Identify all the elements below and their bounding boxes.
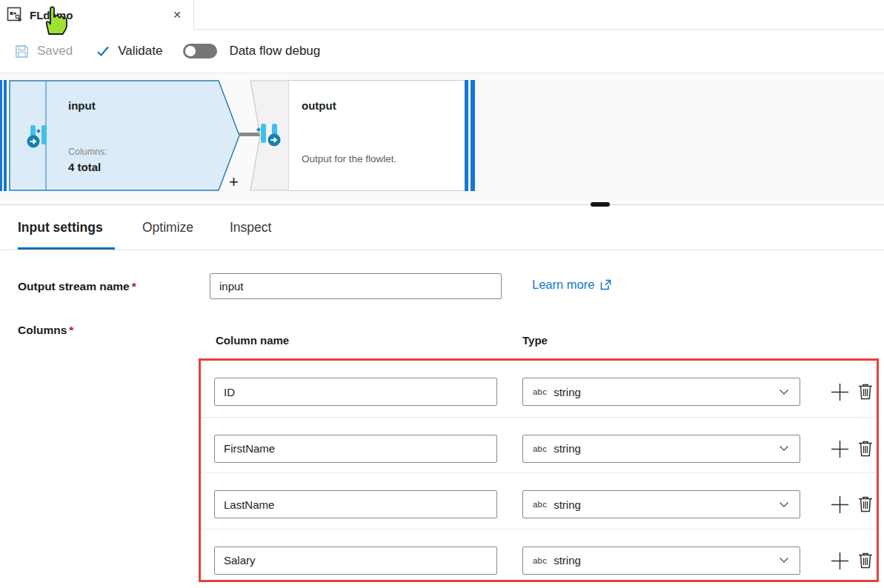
input-node-title: input [68, 99, 96, 112]
delete-column-button[interactable] [857, 382, 874, 401]
flowlet-output-boundary-bar [465, 80, 468, 191]
type-value: string [554, 554, 779, 567]
string-type-icon: abc [533, 500, 547, 509]
flowlet-output-icon [256, 121, 282, 148]
type-dropdown[interactable]: abc string [522, 435, 800, 463]
column-name-header: Column name [216, 334, 289, 347]
input-node-columns-label: Columns: [68, 147, 107, 157]
column-row: abc string [201, 472, 877, 529]
add-column-button[interactable] [830, 495, 850, 515]
type-value: string [554, 386, 779, 398]
column-row: abc string [201, 417, 877, 473]
toolbar: Saved Validate Data flow debug [0, 30, 884, 73]
data-flow-debug-label: Data flow debug [229, 44, 320, 59]
column-name-input[interactable] [214, 435, 497, 463]
add-column-button[interactable] [830, 439, 850, 459]
type-dropdown[interactable]: abc string [522, 547, 800, 575]
column-name-input[interactable] [214, 490, 497, 518]
data-flow-debug-toggle[interactable] [183, 44, 217, 59]
delete-column-button[interactable] [857, 495, 874, 513]
output-stream-name-input[interactable] [210, 273, 502, 299]
input-node[interactable]: input Columns: 4 total + [9, 80, 240, 191]
chevron-down-icon [779, 557, 789, 564]
save-status: Saved [13, 43, 73, 60]
string-type-icon: abc [533, 387, 547, 396]
string-type-icon: abc [533, 444, 547, 453]
type-dropdown[interactable]: abc string [522, 490, 800, 518]
chevron-down-icon [779, 501, 789, 508]
required-asterisk: * [132, 280, 136, 293]
flowlet-input-icon [25, 123, 52, 150]
type-header: Type [522, 334, 548, 347]
tab-input-settings[interactable]: Input settings [18, 220, 103, 235]
active-tab-underline [18, 247, 115, 250]
tab-strip: FLdemo ✕ [0, 0, 884, 30]
columns-label: Columns* [18, 324, 73, 337]
type-value: string [554, 498, 779, 511]
flowlet-input-boundary-bar [4, 80, 7, 191]
tab-optimize[interactable]: Optimize [142, 220, 193, 235]
tab-fldemo[interactable]: FLdemo ✕ [0, 0, 194, 30]
column-row: abc string [201, 361, 877, 417]
column-name-input[interactable] [214, 378, 497, 406]
flowlet-icon [6, 6, 24, 24]
close-icon[interactable]: ✕ [168, 8, 186, 21]
output-node[interactable]: output Output for the flowlet. [250, 80, 468, 191]
dataflow-canvas[interactable]: input Columns: 4 total + output Output f… [0, 73, 884, 205]
tab-title: FLdemo [30, 9, 168, 21]
validate-label: Validate [118, 44, 162, 59]
output-node-body: output Output for the flowlet. [289, 80, 467, 191]
tab-strip-empty-area [194, 0, 884, 30]
delete-column-button[interactable] [857, 551, 874, 569]
highlight-rectangle: abc string [199, 358, 879, 582]
type-value: string [554, 442, 779, 455]
panel-resize-handle[interactable] [591, 202, 610, 207]
external-link-icon [599, 278, 612, 291]
flowlet-output-boundary-bar [471, 80, 475, 191]
required-asterisk: * [69, 324, 73, 336]
toggle-knob [185, 46, 196, 56]
column-name-input[interactable] [214, 547, 497, 575]
tab-inspect[interactable]: Inspect [230, 220, 271, 235]
learn-more-label: Learn more [532, 278, 594, 292]
chevron-down-icon [779, 389, 789, 395]
checkmark-icon [96, 44, 110, 59]
validate-button[interactable]: Validate [96, 44, 162, 59]
delete-column-button[interactable] [857, 439, 874, 458]
settings-panel-tabs: Input settings Optimize Inspect [0, 205, 884, 250]
output-stream-name-label: Output stream name* [18, 280, 136, 293]
add-column-button[interactable] [830, 551, 850, 571]
flowlet-editor: FLdemo ✕ Saved Validate Data flow debug [0, 0, 884, 588]
string-type-icon: abc [533, 556, 547, 565]
saved-label: Saved [37, 44, 73, 59]
column-row: abc string [201, 529, 877, 585]
save-icon [13, 43, 30, 60]
learn-more-link[interactable]: Learn more [532, 278, 612, 292]
input-settings-form: Output stream name* Learn more Columns* … [0, 250, 884, 588]
add-column-button[interactable] [830, 382, 850, 402]
output-node-description: Output for the flowlet. [302, 153, 396, 164]
input-node-columns-value: 4 total [68, 161, 101, 173]
flowlet-input-boundary-bar [0, 80, 2, 191]
add-transformation-button[interactable]: + [229, 173, 239, 192]
chevron-down-icon [779, 445, 789, 452]
type-dropdown[interactable]: abc string [522, 378, 800, 406]
output-node-title: output [302, 99, 336, 112]
